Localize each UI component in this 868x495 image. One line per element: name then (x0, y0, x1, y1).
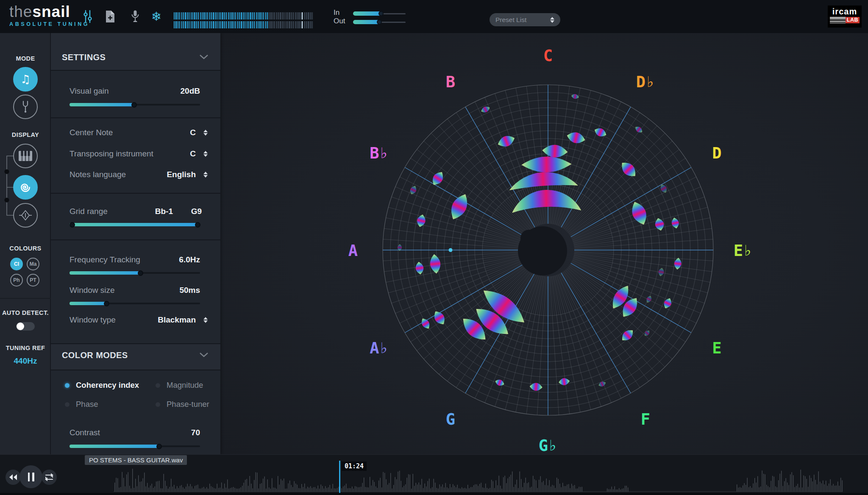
colour-mode-button-pt[interactable]: PT (27, 274, 39, 286)
toggle-knob (17, 323, 24, 330)
grid-range-low-value: Bb-1 (155, 207, 173, 216)
note-energy-blob (629, 199, 650, 227)
output-gain-label: Out (334, 17, 352, 25)
note-energy-blob (409, 185, 418, 196)
meter-peak-marker (302, 12, 303, 19)
slider-knob[interactable] (195, 222, 200, 228)
display-label: DISPLAY (0, 131, 51, 138)
ircam-logo-text: ircam (830, 7, 860, 16)
auto-detect-toggle[interactable] (16, 322, 35, 331)
mixer-settings-button[interactable] (78, 8, 97, 25)
window-type-value: Blackman (158, 315, 196, 325)
output-gain-slider[interactable] (353, 19, 406, 25)
color-mode-radio-phase-tuner[interactable]: Phase-tuner (156, 400, 209, 409)
snail-spiral-grid: CD♭DE♭EFG♭GA♭AB♭B (220, 33, 868, 454)
grid-range-slider[interactable] (70, 222, 200, 228)
waveform-timeline[interactable] (0, 466, 868, 493)
player-bar: PO STEMS - BASS GUITAR.wav 01:24 (0, 454, 868, 495)
visual-gain-value: 20dB (181, 86, 200, 96)
piano-keys-icon (18, 150, 33, 161)
color-modes-header[interactable]: COLOR MODES (62, 350, 128, 360)
sliders-icon (82, 10, 94, 23)
note-label-f: F (641, 410, 650, 428)
transposing-instrument-value: C (190, 149, 196, 159)
colours-label: COLOURS (0, 245, 51, 252)
settings-header[interactable]: SETTINGS (62, 53, 106, 62)
ircam-lab-logo: ircam LAB (828, 6, 862, 28)
colour-mode-button-ci[interactable]: CI (10, 258, 23, 270)
transposing-instrument-label: Transposing instrument (70, 149, 153, 159)
notes-language-stepper[interactable] (203, 172, 208, 178)
transposing-instrument-stepper[interactable] (203, 151, 208, 157)
mode-musician-button[interactable]: ♫ (13, 67, 38, 92)
contrast-label: Contrast (70, 428, 100, 437)
note-label-g: G (446, 410, 455, 428)
window-size-value: 50ms (179, 286, 200, 295)
note-energy-blob (645, 295, 653, 304)
music-note-icon: ♫ (20, 73, 31, 85)
notes-language-value: English (167, 170, 196, 179)
window-type-label: Window type (70, 315, 116, 325)
colour-mode-button-ma[interactable]: Ma (27, 258, 39, 270)
colour-mode-button-ph[interactable]: Ph (10, 274, 23, 286)
display-snail-button[interactable] (13, 175, 38, 200)
slider-knob[interactable] (138, 270, 143, 276)
note-energy-blob (558, 378, 570, 386)
freeze-button[interactable]: ❄ (147, 8, 166, 25)
slider-knob[interactable] (104, 301, 109, 306)
slider-knob[interactable] (156, 444, 162, 449)
note-label-a: A♭ (370, 339, 389, 357)
display-tuner-button[interactable] (13, 203, 38, 228)
app-logo-title: thesnail (9, 3, 89, 20)
note-energy-blob (634, 125, 644, 134)
center-note-stepper[interactable] (203, 130, 208, 136)
mode-tuner-button[interactable] (13, 95, 38, 119)
slider-knob[interactable] (131, 102, 137, 108)
input-gain-label: In (334, 8, 352, 17)
note-energy-blob (674, 257, 682, 270)
window-size-label: Window size (70, 286, 115, 295)
sidebar: MODE ♫ DISPLAY (0, 33, 51, 454)
settings-panel: SETTINGS Visual gain 20dB Center Note C … (51, 33, 220, 454)
note-energy-blob (670, 217, 680, 229)
note-label-d: D♭ (636, 73, 655, 91)
topbar: thesnail ABSOLUTE TUNING (0, 0, 868, 33)
contrast-value: 70 (191, 428, 200, 437)
color-mode-radio-coherency-index[interactable]: Coherency index (65, 381, 139, 390)
frequency-tracking-label: Frequency Tracking (70, 255, 140, 264)
snail-visualization: CD♭DE♭EFG♭GA♭AB♭B (220, 33, 868, 454)
mode-label: MODE (0, 55, 51, 62)
open-file-button[interactable] (101, 8, 120, 25)
app-logo-tagline: ABSOLUTE TUNING (9, 21, 89, 27)
level-meter-row (174, 21, 314, 28)
playhead-timestamp: 01:24 (342, 462, 367, 471)
window-type-stepper[interactable] (203, 317, 208, 323)
contrast-slider[interactable] (70, 443, 200, 449)
color-mode-radio-phase[interactable]: Phase (65, 400, 98, 409)
playhead-cursor[interactable] (339, 461, 340, 493)
note-label-b: B (446, 73, 455, 91)
frequency-tracking-value: 6.0Hz (179, 255, 200, 264)
tuning-ref-value[interactable]: 440Hz (0, 356, 51, 366)
preset-list-dropdown[interactable]: Preset List (490, 13, 560, 26)
tuning-ref-label: TUNING REF (0, 345, 51, 351)
frequency-tracking-slider[interactable] (70, 270, 200, 276)
collapse-color-modes-chevron-icon[interactable] (199, 352, 209, 357)
slider-knob[interactable] (70, 222, 75, 228)
slider-knob[interactable] (378, 11, 384, 16)
visual-gain-slider[interactable] (70, 102, 200, 108)
snowflake-icon: ❄ (151, 10, 161, 23)
add-file-icon (105, 10, 115, 23)
display-piano-button[interactable] (13, 144, 38, 168)
level-meter (174, 12, 314, 29)
microphone-input-button[interactable] (126, 8, 145, 25)
slider-knob[interactable] (377, 19, 382, 25)
note-label-a: A (348, 242, 358, 260)
sidebar-divider (0, 298, 51, 299)
color-mode-radio-magnitude[interactable]: Magnitude (156, 381, 203, 390)
note-label-d: D (712, 144, 721, 162)
loaded-filename-badge: PO STEMS - BASS GUITAR.wav (85, 455, 187, 465)
input-gain-slider[interactable] (353, 11, 406, 17)
collapse-settings-chevron-icon[interactable] (199, 54, 209, 59)
window-size-slider[interactable] (70, 300, 200, 306)
